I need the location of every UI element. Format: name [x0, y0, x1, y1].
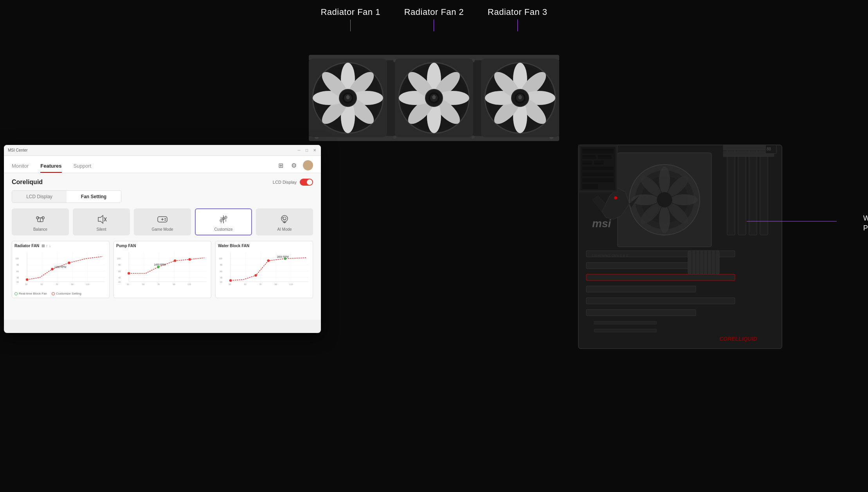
svg-point-139: [254, 274, 257, 277]
svg-point-178: [614, 196, 617, 199]
svg-point-67: [165, 220, 166, 221]
svg-point-138: [229, 279, 232, 282]
svg-text:20: 20: [118, 281, 121, 283]
chart-icon-3[interactable]: ↓: [49, 244, 51, 248]
svg-text:20: 20: [16, 281, 19, 283]
svg-text:70: 70: [259, 283, 261, 286]
radiator-chart-title: Radiator FAN ⊞ ↑ ↓: [14, 244, 107, 248]
game-mode-icon: [156, 214, 169, 225]
waterblock-labels: Water Block Fan Pump Fan: [863, 213, 868, 233]
fan-label-line-1: [350, 20, 351, 31]
tab-features[interactable]: Features: [40, 163, 61, 173]
svg-rect-181: [594, 329, 657, 332]
balance-label: Balance: [33, 227, 47, 232]
mode-balance[interactable]: Balance: [12, 208, 69, 235]
mode-game[interactable]: Game Mode: [134, 208, 191, 235]
lcd-display-toggle: LCD Display: [273, 179, 313, 186]
mode-silent[interactable]: Silent: [73, 208, 130, 235]
window-title: MSI Center: [8, 148, 28, 152]
svg-rect-157: [586, 274, 735, 280]
fan-label-1: Radiator Fan 1: [321, 7, 380, 31]
sub-tabs: LCD Display Fan Setting: [12, 190, 121, 203]
mode-cards: Balance Silent G: [12, 208, 313, 235]
window-titlebar: MSI Center ─ □ ✕: [4, 145, 321, 156]
coreliquid-header: Coreliquid LCD Display: [12, 179, 313, 186]
svg-text:90: 90: [173, 283, 175, 286]
pump-chart-label: Pump FAN: [116, 244, 136, 248]
svg-rect-195: [582, 161, 592, 165]
window-nav-tabs: Monitor Features Support ⊞ ⚙: [4, 156, 321, 173]
svg-text:40: 40: [16, 277, 19, 279]
minimize-button[interactable]: ─: [297, 148, 301, 153]
maximize-button[interactable]: □: [304, 148, 309, 153]
ai-mode-label: AI Mode: [277, 227, 292, 232]
waterblock-chart-title: Water Block FAN: [218, 244, 310, 248]
svg-point-173: [659, 206, 670, 233]
fan-label-text-3: Radiator Fan 3: [488, 7, 547, 17]
svg-text:110: 110: [187, 283, 191, 286]
fan-labels: Radiator Fan 1 Radiator Fan 2 Radiator F…: [297, 0, 571, 31]
svg-text:30: 30: [127, 283, 129, 286]
svg-text:1200 RPM: 1200 RPM: [54, 266, 66, 268]
silent-label: Silent: [96, 227, 106, 232]
game-mode-label: Game Mode: [151, 227, 173, 232]
silent-icon: [95, 214, 108, 225]
svg-text:70: 70: [157, 283, 160, 286]
svg-text:30: 30: [229, 283, 231, 286]
svg-point-171: [670, 194, 698, 205]
grid-icon[interactable]: ⊞: [276, 161, 285, 170]
lcd-display-label: LCD Display: [273, 180, 297, 184]
svg-point-140: [267, 259, 270, 262]
svg-text:40: 40: [118, 277, 121, 279]
mode-ai[interactable]: AI Mode: [256, 208, 313, 235]
legend-dot-customize: [52, 292, 55, 295]
radiator-chart-svg: 1200 RPM 100 80 60 40 20 30 50 70 90 110: [14, 250, 107, 289]
pump-chart-svg: 1400 RPM 100 80 60 40 20 30 50 70 90 110: [116, 250, 209, 289]
svg-point-9: [393, 136, 396, 139]
mode-customize[interactable]: Customize: [195, 208, 252, 235]
svg-text:110: 110: [86, 283, 89, 286]
tab-monitor[interactable]: Monitor: [12, 163, 29, 173]
svg-point-116: [189, 258, 191, 260]
chart-icon-2[interactable]: ↑: [46, 244, 48, 248]
radiator-image: [305, 31, 563, 149]
svg-text:88: 88: [767, 147, 771, 151]
radiator-chart-icons: ⊞ ↑ ↓: [41, 244, 51, 248]
gear-icon[interactable]: ⚙: [290, 161, 298, 170]
svg-rect-200: [582, 184, 598, 189]
svg-text:40: 40: [220, 277, 222, 279]
fan-label-2: Radiator Fan 2: [404, 7, 464, 31]
pump-chart-title: Pump FAN: [116, 244, 209, 248]
tab-support[interactable]: Support: [74, 163, 92, 173]
svg-text:20: 20: [220, 281, 222, 283]
sub-tab-fan[interactable]: Fan Setting: [67, 191, 121, 203]
motherboard-image: msi LIGHTNING GEN 5 B E: [571, 141, 798, 360]
chart-icon-1[interactable]: ⊞: [41, 244, 45, 248]
charts-area: Radiator FAN ⊞ ↑ ↓: [12, 241, 313, 298]
close-button[interactable]: ✕: [312, 148, 317, 153]
sub-tab-lcd[interactable]: LCD Display: [12, 191, 67, 203]
legend-realtime-label: Real-time Block Fan: [19, 292, 47, 295]
svg-point-89: [26, 279, 28, 281]
svg-rect-158: [586, 286, 696, 292]
user-avatar[interactable]: [303, 160, 313, 170]
svg-rect-196: [594, 161, 604, 165]
svg-text:60: 60: [220, 270, 222, 273]
svg-rect-193: [582, 155, 596, 159]
fan-label-text-1: Radiator Fan 1: [321, 7, 380, 17]
svg-marker-60: [98, 215, 103, 223]
radiator-chart-label: Radiator FAN: [14, 244, 39, 248]
pump-fan-chart: Pump FAN: [113, 241, 211, 298]
waterblock-fan-label: Water Block Fan: [863, 213, 868, 223]
svg-text:90: 90: [71, 283, 74, 286]
svg-text:100: 100: [219, 257, 222, 260]
svg-rect-156: [586, 262, 696, 269]
svg-text:70: 70: [56, 283, 58, 286]
legend-customize-label: Customize Setting: [56, 292, 81, 295]
svg-point-10: [472, 136, 475, 139]
svg-text:60: 60: [16, 270, 19, 273]
svg-text:100: 100: [15, 257, 19, 260]
msi-center-window: MSI Center ─ □ ✕ Monitor Features Suppor…: [4, 145, 321, 333]
lcd-toggle-switch[interactable]: [300, 179, 313, 186]
svg-text:1600 RPM: 1600 RPM: [277, 255, 288, 258]
